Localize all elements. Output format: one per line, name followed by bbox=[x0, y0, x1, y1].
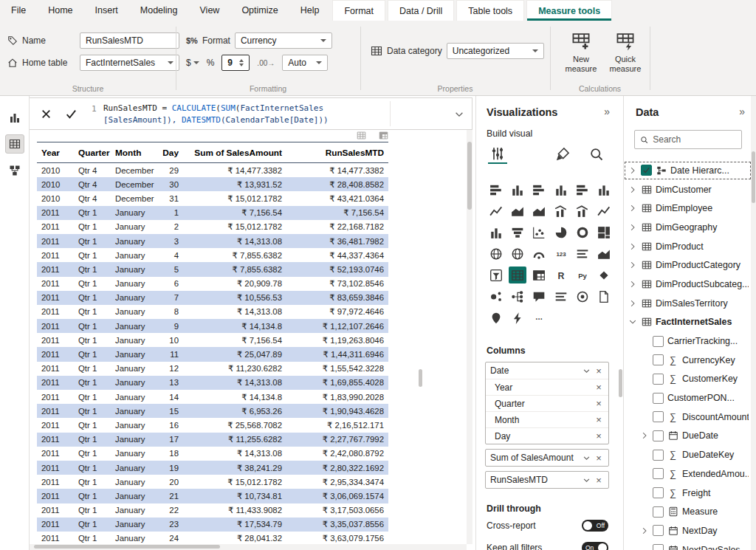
field-well-item-sum-of-salesamount[interactable]: Sum of SalesAmount× bbox=[486, 450, 608, 466]
report-canvas[interactable]: YearQuarterMonthDaySum of SalesAmountRun… bbox=[30, 130, 467, 550]
unchecked-checkbox[interactable] bbox=[653, 374, 664, 385]
visual-type-stacked-bar-chart-icon[interactable] bbox=[485, 179, 506, 200]
ribbon-tab-optimize[interactable]: Optimize bbox=[230, 0, 289, 21]
visual-type-map-icon[interactable] bbox=[485, 243, 506, 264]
field-item-extendedamou[interactable]: ∑ExtendedAmou... bbox=[624, 464, 751, 484]
auto-format-select[interactable]: Auto bbox=[282, 55, 328, 71]
expand-chevron-icon[interactable] bbox=[628, 185, 637, 194]
visual-type-decomposition-tree-icon[interactable] bbox=[506, 286, 528, 307]
visual-type-slicer-icon[interactable] bbox=[485, 264, 506, 286]
field-item-customerkey[interactable]: ∑CustomerKey bbox=[624, 370, 751, 389]
checked-checkbox[interactable] bbox=[641, 165, 652, 176]
expand-chevron-icon[interactable] bbox=[640, 431, 649, 440]
currency-button[interactable]: $ bbox=[186, 58, 199, 68]
visual-type-funnel-chart-icon[interactable] bbox=[506, 221, 528, 243]
keep-all-filters-toggle[interactable]: On bbox=[582, 542, 608, 550]
visual-type-stacked-column-chart-icon[interactable] bbox=[506, 179, 528, 200]
expand-chevron-icon[interactable] bbox=[628, 166, 637, 175]
visual-type-smart-narrative-icon[interactable] bbox=[550, 286, 571, 307]
format-select[interactable]: Currency bbox=[235, 32, 332, 49]
unchecked-checkbox[interactable] bbox=[653, 450, 664, 461]
percent-button[interactable]: % bbox=[207, 58, 215, 68]
visual-type-power-automate-icon[interactable] bbox=[506, 307, 528, 329]
field-well-item-date[interactable]: Date× bbox=[486, 362, 608, 379]
visual-type-card-icon[interactable]: 123 bbox=[550, 243, 571, 264]
visual-type-metrics-icon[interactable] bbox=[571, 286, 593, 307]
cross-report-toggle[interactable]: Off bbox=[582, 520, 608, 532]
ribbon-tab-measure-tools[interactable]: Measure tools bbox=[526, 0, 612, 21]
model-view-button[interactable] bbox=[5, 161, 24, 180]
ribbon-tab-table-tools[interactable]: Table tools bbox=[456, 0, 524, 21]
field-item-customerpon[interactable]: CustomerPON... bbox=[624, 388, 751, 408]
measure-name-input[interactable]: RunSalesMTD bbox=[80, 32, 179, 49]
remove-field-icon[interactable]: × bbox=[594, 366, 604, 376]
ribbon-tab-format[interactable]: Format bbox=[332, 0, 385, 21]
expand-chevron-icon[interactable] bbox=[628, 299, 637, 308]
visual-type-filled-map-icon[interactable] bbox=[506, 243, 528, 264]
field-item-factinternetsales[interactable]: FactInternetSales bbox=[624, 313, 751, 332]
visual-type-donut-chart-icon[interactable] bbox=[571, 221, 593, 243]
visual-header-matrix-icon[interactable] bbox=[379, 131, 388, 140]
expand-chevron-icon[interactable] bbox=[628, 204, 637, 213]
unchecked-checkbox[interactable] bbox=[653, 336, 664, 347]
collapse-chevron-icon[interactable] bbox=[628, 317, 637, 326]
visual-type-waterfall-chart-icon[interactable] bbox=[485, 221, 506, 243]
visual-type-arcgis-map-icon[interactable] bbox=[485, 307, 506, 329]
unchecked-checkbox[interactable] bbox=[653, 430, 664, 441]
ribbon-tab-modeling[interactable]: Modeling bbox=[129, 0, 189, 21]
visual-type-pie-chart-icon[interactable] bbox=[550, 221, 571, 243]
home-table-select[interactable]: FactInternetSales bbox=[80, 55, 179, 71]
field-item-nextday[interactable]: NextDay bbox=[624, 521, 751, 540]
ribbon-tab-data-drill[interactable]: Data / Drill bbox=[388, 0, 454, 21]
field-well-item-day[interactable]: Day× bbox=[486, 427, 608, 444]
canvas-scrollbar-thumb[interactable] bbox=[467, 142, 472, 210]
chevron-down-icon[interactable] bbox=[583, 367, 591, 375]
field-item-dimsalesterritory[interactable]: DimSalesTerritory bbox=[624, 294, 751, 313]
visual-type-qa-visual-icon[interactable] bbox=[529, 286, 550, 307]
visual-type-line-chart-icon[interactable] bbox=[485, 200, 506, 221]
visual-type-paginated-report-icon[interactable] bbox=[594, 286, 615, 307]
collapse-pane-icon[interactable]: » bbox=[604, 106, 610, 117]
field-item-dimproductcategory[interactable]: DimProductCategory bbox=[624, 255, 751, 275]
unchecked-checkbox[interactable] bbox=[653, 487, 664, 498]
field-item-dimproduct[interactable]: DimProduct bbox=[624, 237, 751, 256]
visual-type-clustered-bar-chart-icon[interactable] bbox=[529, 179, 550, 200]
unchecked-checkbox[interactable] bbox=[653, 506, 664, 518]
column-header-runsalesmtd[interactable]: RunSalesMTD bbox=[286, 142, 388, 163]
field-well-item-month[interactable]: Month× bbox=[486, 411, 608, 427]
visual-type-python-visual-icon[interactable]: Py bbox=[571, 264, 593, 286]
unchecked-checkbox[interactable] bbox=[653, 354, 664, 365]
field-item-dimcustomer[interactable]: DimCustomer bbox=[624, 180, 751, 199]
field-item-date-hierarc[interactable]: Date Hierarc... bbox=[624, 161, 751, 180]
visual-type-table-icon[interactable] bbox=[509, 267, 526, 283]
ribbon-tab-view[interactable]: View bbox=[189, 0, 231, 21]
visual-type-key-influencers-icon[interactable] bbox=[485, 286, 506, 307]
expand-chevron-icon[interactable] bbox=[628, 223, 637, 232]
unchecked-checkbox[interactable] bbox=[653, 468, 664, 479]
field-item-nextdaysales[interactable]: NextDaySales bbox=[624, 540, 751, 550]
visual-type-area-chart-icon[interactable] bbox=[506, 200, 528, 221]
field-item-dimgeography[interactable]: DimGeography bbox=[624, 218, 751, 237]
formula-expand-chevron-icon[interactable] bbox=[454, 109, 464, 120]
remove-field-icon[interactable]: × bbox=[594, 475, 604, 485]
column-header-quarter[interactable]: Quarter bbox=[74, 142, 111, 163]
visual-type-kpi-icon[interactable] bbox=[594, 243, 615, 264]
field-search[interactable] bbox=[634, 130, 742, 149]
cancel-formula-button[interactable] bbox=[40, 108, 52, 120]
visual-type-treemap-icon[interactable] bbox=[594, 221, 615, 243]
remove-field-icon[interactable]: × bbox=[594, 453, 604, 463]
ribbon-tab-insert[interactable]: Insert bbox=[84, 0, 129, 21]
unchecked-checkbox[interactable] bbox=[653, 544, 664, 550]
ribbon-tab-home[interactable]: Home bbox=[37, 0, 83, 21]
remove-field-icon[interactable]: × bbox=[594, 431, 604, 441]
analytics-tab[interactable] bbox=[587, 145, 606, 164]
horizontal-scrollbar-thumb[interactable] bbox=[34, 545, 220, 549]
chevron-down-icon[interactable] bbox=[583, 454, 591, 462]
visual-type-100-stacked-bar-chart-icon[interactable] bbox=[571, 179, 593, 200]
table-view-button[interactable] bbox=[5, 134, 24, 154]
visual-type-100-stacked-column-chart-icon[interactable] bbox=[594, 179, 615, 200]
viz-pane-scrollbar-thumb[interactable] bbox=[619, 369, 622, 397]
visual-type-multi-row-card-icon[interactable] bbox=[571, 243, 593, 264]
visual-type-r-script-visual-icon[interactable]: R bbox=[550, 264, 571, 286]
new-measure-button[interactable]: New measure bbox=[560, 25, 602, 89]
